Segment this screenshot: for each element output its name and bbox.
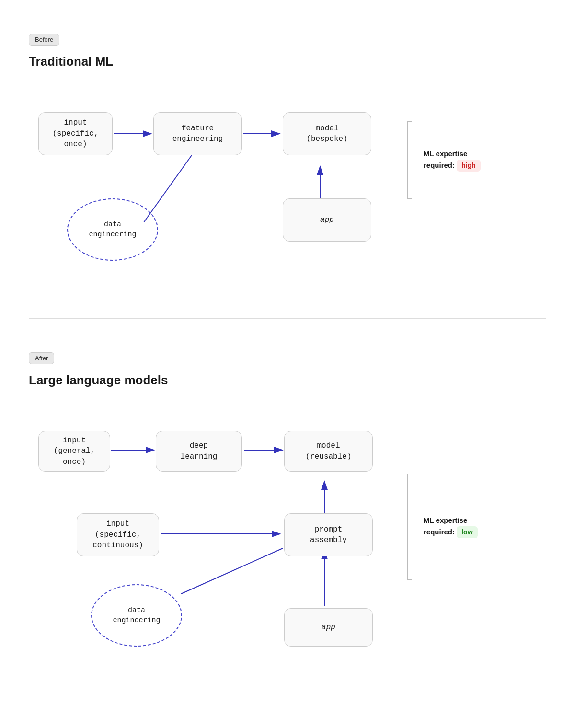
before-feature-engineering-box: featureengineering	[153, 112, 242, 155]
section-divider	[29, 318, 546, 319]
before-app-box: app	[283, 198, 371, 242]
after-model-box: model(reusable)	[284, 431, 373, 472]
after-input-general-box: input(general, once)	[38, 431, 110, 472]
after-diagram: input(general, once) deeplearning model(…	[29, 407, 393, 656]
before-expertise-value: high	[457, 160, 481, 172]
before-title: Traditional ML	[29, 54, 546, 69]
after-input-specific-box: input(specific,continuous)	[77, 513, 159, 556]
before-input-box: input(specific, once)	[38, 112, 113, 155]
after-expertise-text: ML expertiserequired: low	[424, 515, 478, 538]
after-deep-learning-box: deeplearning	[156, 431, 242, 472]
before-model-box: model(bespoke)	[283, 112, 371, 155]
before-expertise-text: ML expertiserequired: high	[424, 149, 481, 172]
after-bracket-svg	[402, 464, 417, 589]
before-bracket-wrap: ML expertiserequired: high	[402, 112, 481, 208]
before-expertise-label: ML expertiserequired: high	[424, 149, 481, 172]
after-data-engineering-ellipse: dataengineering	[91, 584, 182, 647]
svg-line-17	[181, 548, 283, 594]
before-diagram-area: input(specific, once) featureengineering…	[29, 88, 546, 289]
before-expertise-area: ML expertiserequired: high	[393, 88, 481, 208]
before-diagram: input(specific, once) featureengineering…	[29, 88, 393, 289]
after-badge: After	[29, 352, 54, 364]
after-app-box: app	[284, 608, 373, 647]
after-bracket-wrap: ML expertiserequired: low	[402, 464, 478, 589]
after-expertise-area: ML expertiserequired: low	[393, 407, 478, 589]
before-data-engineering-ellipse: dataengineering	[67, 198, 158, 261]
after-expertise-value: low	[457, 526, 477, 538]
after-prompt-assembly-box: promptassembly	[284, 513, 373, 556]
before-section: Before Traditional ML	[29, 19, 546, 313]
after-expertise-label: ML expertiserequired: low	[424, 515, 478, 538]
after-title: Large language models	[29, 373, 546, 388]
before-badge: Before	[29, 34, 59, 46]
before-bracket-svg	[402, 112, 417, 208]
after-section: After Large language models	[29, 338, 546, 680]
after-diagram-area: input(general, once) deeplearning model(…	[29, 407, 546, 656]
